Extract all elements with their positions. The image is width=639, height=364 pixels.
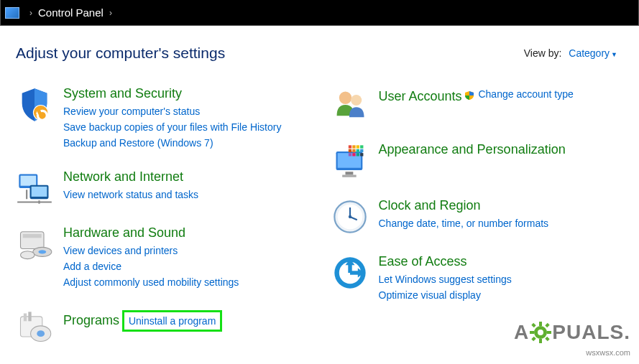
chevron-down-icon[interactable]: ▼ <box>611 51 617 58</box>
link-mobility-settings[interactable]: Adjust commonly used mobility settings <box>63 274 239 290</box>
category-programs: Programs Uninstall a program <box>16 309 310 346</box>
highlight-uninstall-program: Uninstall a program <box>122 310 222 332</box>
view-by-label: View by: <box>524 47 562 59</box>
svg-rect-6 <box>32 187 47 197</box>
chevron-right-icon[interactable]: › <box>104 8 118 18</box>
category-title[interactable]: Clock and Region <box>379 198 481 213</box>
view-by-value[interactable]: Category <box>569 47 610 59</box>
ease-icon <box>331 254 369 291</box>
source-text: wsxwsx.com <box>586 348 630 357</box>
watermark-text-post: PUALS. <box>552 321 630 344</box>
category-title[interactable]: User Accounts <box>379 89 462 104</box>
svg-rect-30 <box>360 149 363 152</box>
category-user-accounts: User Accounts Change account type <box>331 86 625 123</box>
svg-point-14 <box>37 330 45 337</box>
uac-shield-icon <box>464 89 474 99</box>
svg-rect-29 <box>356 149 359 152</box>
category-title[interactable]: Appearance and Personalization <box>379 142 566 157</box>
link-optimize-visual[interactable]: Optimize visual display <box>379 287 512 303</box>
watermark-text-pre: A <box>514 321 529 344</box>
page-title: Adjust your computer's settings <box>16 45 225 62</box>
category-appearance-and-personalization: Appearance and Personalization <box>331 142 625 179</box>
control-panel-icon <box>5 7 19 19</box>
svg-point-17 <box>339 92 351 104</box>
svg-rect-46 <box>539 339 542 343</box>
category-clock-and-region: Clock and Region Change date, time, or n… <box>331 198 625 235</box>
svg-point-10 <box>38 250 46 253</box>
link-network-status[interactable]: View network status and tasks <box>63 187 198 202</box>
link-backup-restore[interactable]: Backup and Restore (Windows 7) <box>63 135 281 151</box>
svg-rect-49 <box>532 323 536 327</box>
svg-rect-26 <box>360 145 363 148</box>
svg-point-53 <box>538 330 543 335</box>
svg-rect-8 <box>23 234 42 238</box>
gear-icon <box>530 322 551 343</box>
breadcrumb-control-panel[interactable]: Control Panel <box>38 6 104 19</box>
link-suggest-settings[interactable]: Let Windows suggest settings <box>379 271 512 287</box>
link-review-status[interactable]: Review your computer's status <box>63 103 281 119</box>
appearance-icon <box>331 142 369 179</box>
category-network-and-internet: Network and Internet View network status… <box>16 169 310 207</box>
svg-point-39 <box>348 215 351 218</box>
category-system-and-security: System and Security Review your computer… <box>16 86 310 151</box>
address-bar[interactable]: › Control Panel › <box>0 0 639 26</box>
page-header: Adjust your computer's settings View by:… <box>0 26 639 69</box>
link-date-time-formats[interactable]: Change date, time, or number formats <box>379 215 549 231</box>
left-column: System and Security Review your computer… <box>16 86 310 364</box>
link-add-device[interactable]: Add a device <box>63 258 239 274</box>
svg-rect-21 <box>345 172 353 174</box>
category-title[interactable]: Ease of Access <box>379 254 467 269</box>
svg-rect-23 <box>348 145 351 148</box>
svg-rect-4 <box>21 176 37 186</box>
svg-rect-27 <box>348 149 351 152</box>
svg-rect-24 <box>352 145 355 148</box>
svg-rect-47 <box>530 331 534 334</box>
svg-point-11 <box>21 251 35 259</box>
category-hardware-and-sound: Hardware and Sound View devices and prin… <box>16 225 310 290</box>
svg-rect-28 <box>352 149 355 152</box>
svg-rect-52 <box>532 337 536 341</box>
svg-rect-48 <box>547 331 551 334</box>
svg-rect-15 <box>24 314 27 322</box>
svg-rect-32 <box>352 153 355 156</box>
clock-icon <box>331 198 369 235</box>
hardware-icon <box>16 225 53 263</box>
svg-rect-51 <box>546 323 550 327</box>
svg-rect-16 <box>28 312 31 321</box>
svg-rect-45 <box>539 322 542 326</box>
svg-rect-31 <box>348 153 351 156</box>
svg-rect-22 <box>342 175 357 177</box>
category-title[interactable]: Hardware and Sound <box>63 225 185 241</box>
svg-rect-33 <box>356 153 359 156</box>
category-title[interactable]: System and Security <box>63 86 182 101</box>
users-icon <box>331 86 369 123</box>
link-change-account-type[interactable]: Change account type <box>464 86 573 102</box>
shield-icon <box>16 86 53 123</box>
chevron-right-icon[interactable]: › <box>24 8 38 18</box>
network-icon <box>16 169 53 207</box>
link-devices-printers[interactable]: View devices and printers <box>63 243 239 258</box>
link-text: Change account type <box>478 86 573 102</box>
view-by-control[interactable]: View by: Category▼ <box>524 47 617 59</box>
svg-rect-34 <box>360 153 363 156</box>
category-ease-of-access: Ease of Access Let Windows suggest setti… <box>331 254 625 303</box>
link-uninstall-program[interactable]: Uninstall a program <box>129 315 216 327</box>
category-title[interactable]: Network and Internet <box>63 169 183 185</box>
programs-icon <box>16 309 53 346</box>
link-file-history[interactable]: Save backup copies of your files with Fi… <box>63 119 281 135</box>
watermark: A PUALS. <box>514 321 630 344</box>
svg-point-18 <box>351 95 362 106</box>
svg-rect-25 <box>356 145 359 148</box>
category-title[interactable]: Programs <box>63 313 119 328</box>
svg-rect-50 <box>546 337 550 341</box>
categories-grid: System and Security Review your computer… <box>0 69 639 364</box>
